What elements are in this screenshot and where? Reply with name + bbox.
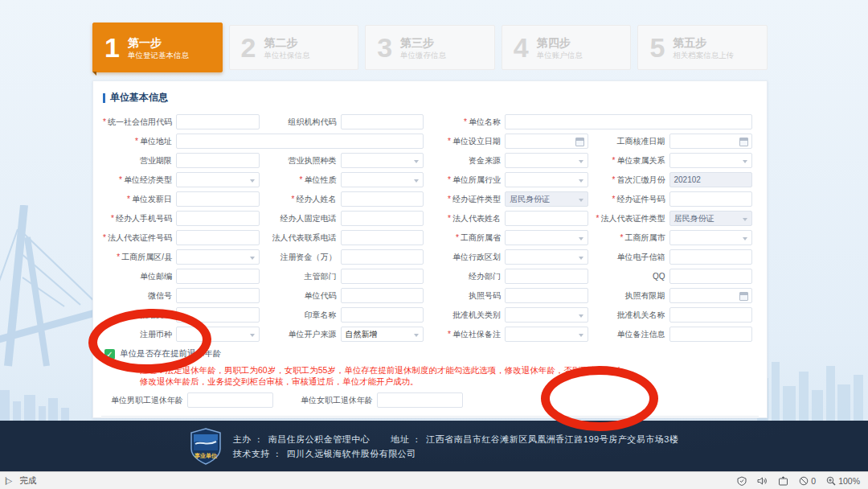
text-input[interactable] <box>669 307 753 323</box>
field-label: 批准机关名称 <box>595 307 665 323</box>
text-input[interactable] <box>176 153 260 168</box>
form-row: *单位发薪日*经办人姓名*经办证件类型居民身份证*经办证件号码 <box>101 191 759 207</box>
required-asterisk: * <box>612 156 616 165</box>
text-input[interactable] <box>176 211 260 226</box>
text-input[interactable] <box>176 230 260 245</box>
select-input[interactable] <box>669 153 753 168</box>
step-text: 第五步相关档案信息上传 <box>673 35 734 60</box>
required-asterisk: * <box>448 214 451 223</box>
section-header: 单位基本信息 <box>103 91 759 105</box>
text-input[interactable] <box>669 269 753 284</box>
date-input[interactable] <box>669 288 753 303</box>
step-title: 第五步 <box>673 35 734 50</box>
field-label: 经办部门 <box>430 269 501 284</box>
text-input[interactable] <box>341 269 424 284</box>
form-field: 批准机关名称 <box>595 307 760 323</box>
field-label: 单位开户来源 <box>266 327 337 342</box>
text-input[interactable] <box>505 211 588 226</box>
form-field: 批准机关类别 <box>430 307 595 323</box>
step-tab-3[interactable]: 3第三步单位缴存信息 <box>365 25 495 70</box>
select-input[interactable]: 居民身份证 <box>505 191 588 207</box>
add-site-icon[interactable] <box>778 476 788 486</box>
select-input[interactable]: 居民身份证 <box>669 211 753 226</box>
select-input[interactable] <box>176 172 260 187</box>
text-input[interactable] <box>341 114 424 129</box>
select-input[interactable] <box>341 172 424 187</box>
required-asterisk: * <box>300 175 303 184</box>
annotation-circle-next-button <box>541 366 658 431</box>
form-field: 资金来源 <box>430 153 595 168</box>
step-number: 3 <box>377 34 392 61</box>
field-label: 法人代表联系电话 <box>266 230 337 245</box>
form-field: 营业执照种类 <box>266 153 431 168</box>
text-input[interactable] <box>341 230 424 245</box>
protected-mode-shield-icon[interactable] <box>737 476 747 486</box>
form-field: *法人代表证件号码 <box>101 230 266 245</box>
text-input[interactable] <box>176 134 424 149</box>
text-input[interactable] <box>669 327 753 342</box>
select-input[interactable] <box>176 249 260 265</box>
field-label: *经办人姓名 <box>266 191 337 207</box>
field-label: 执照有限期 <box>595 288 665 303</box>
select-input[interactable] <box>505 327 588 342</box>
date-input[interactable] <box>669 134 753 149</box>
form-field: *单位经济类型 <box>101 172 266 187</box>
select-input[interactable] <box>505 153 588 168</box>
select-input[interactable] <box>669 230 753 245</box>
zoom-level-control[interactable]: 100% <box>826 476 860 486</box>
required-asterisk: * <box>612 195 616 203</box>
text-input[interactable] <box>505 288 588 303</box>
field-label: *单位隶属关系 <box>595 153 665 168</box>
text-input[interactable] <box>505 269 588 284</box>
text-input[interactable] <box>505 114 752 129</box>
text-input[interactable] <box>341 249 424 265</box>
step-tab-2[interactable]: 2第二步单位社保信息 <box>229 25 359 70</box>
form-field: 微信号 <box>101 288 266 303</box>
select-input[interactable] <box>505 172 588 187</box>
text-input[interactable] <box>341 211 424 226</box>
text-input[interactable] <box>187 392 273 408</box>
text-input[interactable] <box>341 191 424 207</box>
step-tab-1[interactable]: 1第一步单位登记基本信息 <box>92 23 223 72</box>
app-screen: 1第一步单位登记基本信息2第二步单位社保信息3第三步单位缴存信息4第四步单位账户… <box>0 0 868 489</box>
svg-text:事业单位: 事业单位 <box>194 452 217 459</box>
chevron-down-icon <box>579 160 583 163</box>
form-field: 经办人固定电话 <box>266 211 431 226</box>
select-input[interactable] <box>505 230 588 245</box>
text-input[interactable] <box>669 191 753 207</box>
popup-blocker-icon[interactable]: 0 <box>799 476 816 486</box>
select-input[interactable] <box>341 153 424 168</box>
step-tab-4[interactable]: 4第四步单位账户信息 <box>502 25 632 70</box>
section-accent-bar <box>103 93 105 103</box>
text-input[interactable] <box>176 288 260 303</box>
text-input[interactable] <box>341 288 424 303</box>
field-label: 执照号码 <box>430 288 501 303</box>
form-field: 单位邮编 <box>101 269 266 284</box>
text-input[interactable] <box>377 392 463 408</box>
required-asterisk: * <box>620 233 624 242</box>
field-label: 工商核准日期 <box>595 134 665 149</box>
form-field: *经办证件号码 <box>595 191 760 207</box>
required-asterisk: * <box>448 195 451 203</box>
step-tab-5[interactable]: 5第五步相关档案信息上传 <box>637 25 768 70</box>
field-label: 单位女职工退休年龄 <box>280 392 373 408</box>
status-left: |▷ 完成 <box>5 475 36 487</box>
text-input[interactable] <box>176 114 260 129</box>
required-asterisk: * <box>117 253 120 261</box>
footer-text: 主办 ：南昌住房公积金管理中心地址 ：江西省南昌市红谷滩新区凤凰洲香江路199号… <box>233 432 679 461</box>
text-input[interactable] <box>669 249 753 265</box>
text-input[interactable] <box>341 307 424 323</box>
footer-address-value: 江西省南昌市红谷滩新区凤凰洲香江路199号房产交易市场3楼 <box>426 434 678 444</box>
form-row: *单位地址*单位设立日期工商核准日期 <box>101 134 759 149</box>
form-field: *经办人手机号码 <box>101 211 266 226</box>
footer-support-label: 技术支持 ： <box>233 449 282 458</box>
select-input[interactable] <box>505 249 588 265</box>
select-input[interactable]: 自然新增 <box>341 327 424 342</box>
text-input[interactable] <box>176 269 260 284</box>
field-label: 主管部门 <box>266 269 337 284</box>
date-input[interactable] <box>505 134 588 149</box>
browser-status-bar: |▷ 完成 0 100% <box>0 471 868 489</box>
text-input[interactable] <box>176 191 260 207</box>
volume-icon[interactable] <box>757 476 768 486</box>
select-input[interactable] <box>505 307 588 323</box>
